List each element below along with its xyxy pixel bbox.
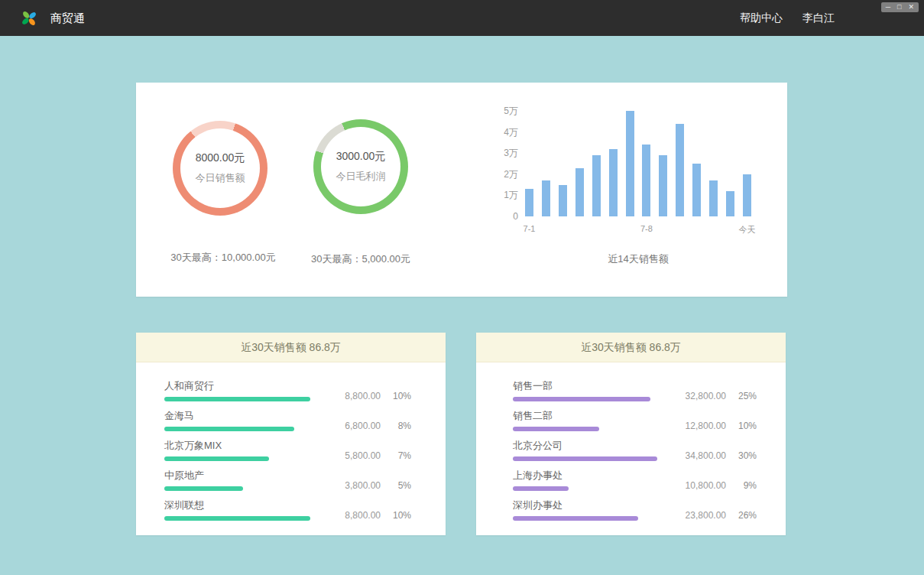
department-panel-list: 销售一部32,800.0025%销售二部12,800.0010%北京分公司34,… (476, 362, 786, 521)
item-percent: 30% (734, 450, 757, 461)
sales-14day-chart: 5万4万3万2万1万0 7-17-8今天 近14天销售额 (495, 106, 770, 274)
item-name: 人和商贸行 (164, 380, 313, 391)
item-name: 中原地产 (164, 469, 313, 481)
window-controls: ─ □ ✕ (881, 2, 919, 12)
titlebar-menu: 帮助中心 李白江 (740, 0, 835, 36)
sales-list-item: 北京分公司34,800.0030% (513, 431, 757, 461)
item-name: 销售二部 (513, 410, 659, 421)
sales-list-item: 销售一部32,800.0025% (513, 372, 757, 401)
item-amount: 34,800.00 (686, 450, 726, 461)
item-progress-fill (513, 397, 650, 401)
item-progress-bar (164, 456, 313, 461)
sales-bar (692, 164, 701, 216)
item-progress-bar (164, 516, 313, 521)
item-amount: 10,800.00 (686, 480, 726, 491)
bar-chart-title: 近14天销售额 (525, 252, 751, 266)
sales-bar (559, 185, 567, 216)
item-amount: 32,800.00 (686, 391, 726, 401)
sales-bar (642, 145, 650, 216)
item-progress-bar (164, 397, 313, 401)
sales-list-item: 深圳办事处23,800.0026% (513, 491, 757, 521)
item-progress-bar (513, 516, 659, 521)
sales-bar (659, 155, 667, 216)
department-sales-panel: 近30天销售额 86.8万 销售一部32,800.0025%销售二部12,800… (476, 333, 786, 535)
item-percent: 9% (734, 480, 757, 491)
y-tick-label: 5万 (495, 106, 518, 116)
item-name: 上海办事处 (513, 469, 659, 481)
item-progress-bar (164, 427, 313, 431)
overview-card: 8000.00元 今日销售额 30天最高：10,000.00元 3000.00元… (136, 83, 787, 297)
item-name: 深圳联想 (164, 499, 313, 511)
today-profit-label: 今日毛利润 (336, 170, 386, 184)
item-percent: 7% (388, 450, 411, 461)
item-progress-fill (164, 397, 310, 401)
sales-list-item: 人和商贸行8,800.0010% (164, 372, 411, 401)
today-sales-ring-center: 8000.00元 今日销售额 (173, 121, 267, 216)
x-tick-label: 7-8 (640, 224, 653, 233)
sales-bar (525, 189, 533, 216)
item-progress-bar (513, 397, 659, 401)
item-amount: 12,800.00 (686, 421, 726, 431)
today-sales-widget: 8000.00元 今日销售额 (173, 121, 267, 216)
item-name: 北京万象MIX (164, 440, 313, 451)
item-percent: 10% (388, 510, 411, 521)
item-amount: 3,800.00 (345, 480, 381, 491)
item-progress-fill (513, 456, 657, 461)
customer-panel-list: 人和商贸行8,800.0010%金海马6,800.008%北京万象MIX5,80… (136, 362, 446, 521)
sales-bar (626, 111, 634, 216)
x-tick-label: 7-1 (524, 224, 536, 233)
current-user-link[interactable]: 李白江 (802, 11, 835, 25)
y-tick-label: 4万 (495, 127, 518, 138)
sales-bar (709, 180, 718, 216)
item-name: 金海马 (164, 410, 313, 421)
today-profit-ring: 3000.00元 今日毛利润 (313, 119, 408, 214)
bar-chart-xlabels: 7-17-8今天 (525, 224, 751, 236)
item-progress-fill (164, 427, 294, 431)
sales-bar (743, 174, 751, 216)
today-profit-value: 3000.00元 (336, 150, 386, 164)
item-name: 深圳办事处 (513, 499, 659, 511)
sales-list-item: 北京万象MIX5,800.007% (164, 431, 411, 461)
item-percent: 26% (734, 510, 757, 521)
item-percent: 10% (734, 421, 757, 431)
y-tick-label: 2万 (495, 169, 518, 180)
item-amount: 23,800.00 (686, 510, 726, 521)
item-amount: 8,800.00 (345, 510, 381, 521)
today-sales-value: 8000.00元 (196, 151, 245, 165)
help-center-link[interactable]: 帮助中心 (740, 11, 783, 25)
sales-bar (726, 191, 734, 216)
minimize-button[interactable]: ─ (886, 3, 890, 11)
sales-bar (592, 155, 601, 216)
customer-panel-title: 近30天销售额 86.8万 (136, 333, 446, 362)
item-progress-fill (164, 516, 310, 521)
item-progress-fill (513, 486, 569, 491)
maximize-button[interactable]: □ (897, 3, 901, 11)
close-button[interactable]: ✕ (908, 3, 914, 11)
sales-list-item: 销售二部12,800.0010% (513, 401, 757, 431)
department-panel-title: 近30天销售额 86.8万 (476, 333, 786, 362)
item-progress-bar (513, 427, 659, 431)
profit-30day-max-note: 30天最高：5,000.00元 (274, 252, 448, 266)
item-name: 销售一部 (513, 380, 659, 391)
today-sales-ring: 8000.00元 今日销售额 (173, 121, 267, 216)
item-percent: 5% (388, 480, 411, 491)
item-amount: 8,800.00 (345, 391, 381, 401)
item-amount: 5,800.00 (345, 450, 381, 461)
today-profit-widget: 3000.00元 今日毛利润 (313, 119, 408, 214)
item-percent: 10% (388, 391, 411, 401)
bar-chart-yticks: 5万4万3万2万1万0 (495, 106, 518, 222)
item-progress-fill (164, 486, 243, 491)
item-progress-fill (164, 456, 269, 461)
bar-chart-bars (525, 111, 751, 216)
y-tick-label: 1万 (495, 190, 518, 200)
item-progress-fill (513, 516, 638, 521)
sales-list-item: 上海办事处10,800.009% (513, 461, 757, 491)
item-amount: 6,800.00 (345, 421, 381, 431)
sales-bar (676, 124, 684, 216)
app-window: 商贸通 帮助中心 李白江 ─ □ ✕ 8000.00元 今日销售额 30天最高：… (0, 0, 924, 575)
x-tick-label: 今天 (739, 224, 756, 236)
app-logo-pinwheel-icon (20, 9, 38, 28)
sales-list-item: 深圳联想8,800.0010% (164, 491, 411, 521)
today-profit-ring-center: 3000.00元 今日毛利润 (313, 119, 408, 214)
item-progress-fill (513, 427, 599, 431)
